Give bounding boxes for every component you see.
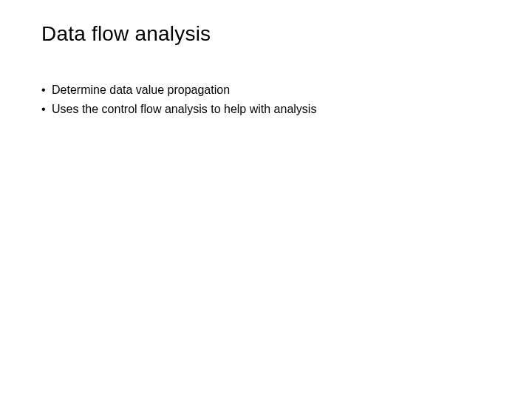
slide: Data flow analysis Determine data value …	[0, 0, 532, 142]
bullet-list: Determine data value propagation Uses th…	[41, 81, 491, 118]
slide-title: Data flow analysis	[41, 22, 491, 46]
list-item: Determine data value propagation	[41, 81, 491, 99]
list-item: Uses the control flow analysis to help w…	[41, 100, 491, 118]
